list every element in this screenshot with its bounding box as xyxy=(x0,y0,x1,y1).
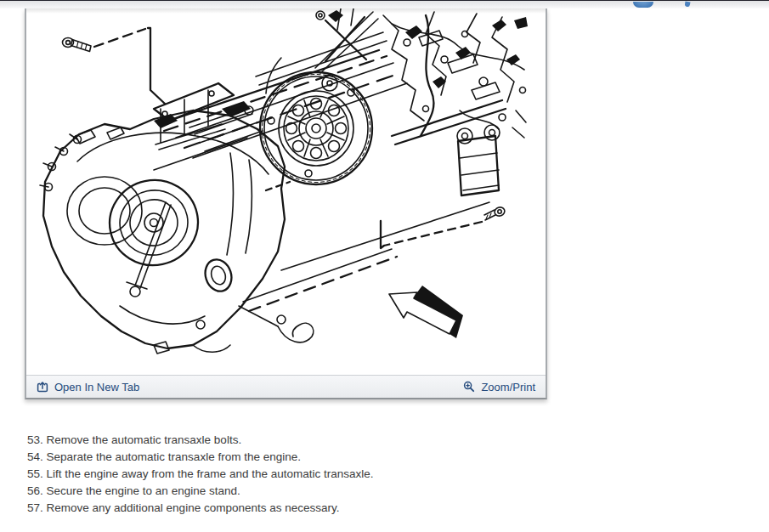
transaxle-bolt-callout-right xyxy=(381,206,506,248)
transaxle-bolt-callout-left xyxy=(63,28,166,104)
zoom-print-button[interactable]: Zoom/Print xyxy=(463,381,535,393)
engine-transaxle-diagram xyxy=(26,8,546,375)
open-in-new-tab-label: Open In New Tab xyxy=(54,381,139,393)
open-in-new-tab-button[interactable]: Open In New Tab xyxy=(37,381,139,393)
browser-chrome-strip xyxy=(0,0,769,8)
blue-circle-icon-fragment xyxy=(633,2,653,8)
transaxle-housing xyxy=(40,109,285,354)
blue-glyph-icon-fragment xyxy=(685,2,691,8)
open-in-new-tab-icon xyxy=(37,381,48,393)
step-line: 55. Lift the engine away from the frame … xyxy=(27,466,537,483)
zoom-print-icon xyxy=(463,381,475,393)
step-line: 57. Remove any additional engine compone… xyxy=(27,500,537,517)
step-line: 54. Separate the automatic transaxle fro… xyxy=(27,449,537,466)
step-line: 53. Remove the automatic transaxle bolts… xyxy=(27,432,537,449)
instruction-steps: 53. Remove the automatic transaxle bolts… xyxy=(27,432,537,517)
zoom-print-label: Zoom/Print xyxy=(481,381,535,393)
viewer-toolbar: Open In New Tab Zoom/Print xyxy=(26,375,546,398)
diagram-image-area[interactable] xyxy=(26,8,546,375)
step-line: 56. Secure the engine to an engine stand… xyxy=(27,483,537,500)
lower-linkage xyxy=(239,306,314,342)
removal-direction-arrow xyxy=(389,286,463,338)
image-viewer-panel: Open In New Tab Zoom/Print xyxy=(25,8,547,399)
flywheel xyxy=(260,58,372,184)
engine-block xyxy=(383,12,528,195)
